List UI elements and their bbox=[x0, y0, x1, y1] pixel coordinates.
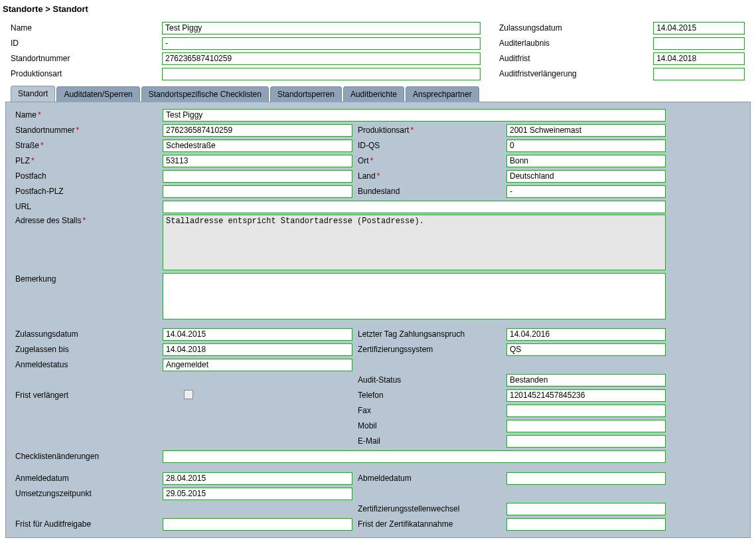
label-zulassungsdatum: Zulassungsdatum bbox=[499, 23, 653, 33]
field-form-letzter[interactable]: 14.04.2016 bbox=[506, 328, 666, 341]
field-form-fax[interactable] bbox=[506, 405, 666, 417]
label-standortnummer: Standortnummer bbox=[11, 54, 162, 63]
label-auditfrist: Auditfrist bbox=[499, 54, 653, 63]
label-form-postfachplz: Postfach-PLZ bbox=[10, 187, 163, 196]
label-form-fristzert: Frist der Zertifikatannahme bbox=[355, 519, 506, 529]
header-section: Name Test Piggy ID - Standortnummer 2762… bbox=[0, 21, 756, 86]
label-form-zugelassen: Zugelassen bis bbox=[10, 345, 163, 354]
tab-standort[interactable]: Standort bbox=[11, 86, 55, 102]
tab-checklisten[interactable]: Standortspezifische Checklisten bbox=[141, 86, 269, 102]
label-form-fax: Fax bbox=[355, 406, 506, 415]
tab-auditdaten[interactable]: Auditdaten/Sperren bbox=[56, 86, 139, 102]
field-form-bemerkung[interactable] bbox=[163, 273, 666, 319]
label-form-plz: PLZ* bbox=[10, 156, 163, 165]
label-form-produktionsart: Produktionsart* bbox=[355, 126, 506, 135]
field-produktionsart[interactable] bbox=[162, 68, 481, 80]
field-auditfristverl[interactable] bbox=[653, 68, 745, 80]
field-auditfrist[interactable]: 14.04.2018 bbox=[653, 52, 745, 65]
checkbox-fristverl[interactable] bbox=[184, 390, 193, 399]
label-form-abmeldedatum: Abmeldedatum bbox=[355, 474, 506, 483]
label-form-standortnummer: Standortnummer* bbox=[10, 126, 163, 135]
field-form-checklisten[interactable] bbox=[163, 450, 666, 463]
field-form-zertwechsel[interactable] bbox=[506, 503, 666, 515]
label-form-postfach: Postfach bbox=[10, 171, 163, 181]
tab-standortsperren[interactable]: Standortsperren bbox=[270, 86, 342, 102]
field-form-produktionsart[interactable]: 2001 Schweinemast bbox=[506, 124, 666, 137]
label-form-bundesland: Bundesland bbox=[355, 187, 506, 196]
field-form-ort[interactable]: Bonn bbox=[506, 155, 666, 167]
field-form-url[interactable] bbox=[163, 201, 666, 213]
tab-auditberichte[interactable]: Auditberichte bbox=[343, 86, 404, 102]
tabstrip: Standort Auditdaten/Sperren Standortspez… bbox=[0, 86, 756, 102]
field-form-email[interactable] bbox=[506, 435, 666, 448]
label-form-telefon: Telefon bbox=[355, 391, 506, 400]
field-form-anmeldestatus[interactable]: Angemeldet bbox=[163, 359, 352, 371]
field-form-zugelassen[interactable]: 14.04.2018 bbox=[163, 343, 352, 356]
label-form-fristverl: Frist verlängert bbox=[10, 391, 163, 400]
label-produktionsart: Produktionsart bbox=[11, 69, 162, 78]
label-form-land: Land* bbox=[355, 171, 506, 181]
field-form-zulassungsdatum[interactable]: 14.04.2015 bbox=[163, 328, 352, 341]
field-form-mobil[interactable] bbox=[506, 420, 666, 432]
label-auditerlaubnis: Auditerlaubnis bbox=[499, 39, 653, 48]
field-name[interactable]: Test Piggy bbox=[162, 22, 481, 35]
tab-ansprechpartner[interactable]: Ansprechpartner bbox=[406, 86, 479, 102]
label-form-auditstatus: Audit-Status bbox=[355, 375, 506, 385]
field-form-umsetzung[interactable]: 29.05.2015 bbox=[163, 488, 352, 500]
field-standortnummer[interactable]: 276236587410259 bbox=[162, 52, 481, 65]
field-form-name[interactable]: Test Piggy bbox=[163, 109, 666, 122]
label-form-umsetzung: Umsetzungszeitpunkt bbox=[10, 489, 163, 498]
field-form-idqs[interactable]: 0 bbox=[506, 139, 666, 152]
label-form-name: Name* bbox=[10, 110, 163, 120]
label-form-adresse: Adresse des Stalls* bbox=[10, 215, 163, 225]
breadcrumb: Standorte > Standort bbox=[0, 0, 756, 21]
tab-body-standort: Name* Test Piggy Standortnummer* 2762365… bbox=[5, 102, 751, 538]
field-form-postfach[interactable] bbox=[163, 170, 352, 183]
field-form-fristzert[interactable] bbox=[506, 518, 666, 531]
field-form-fristaudit[interactable] bbox=[163, 518, 352, 531]
field-form-land[interactable]: Deutschland bbox=[506, 170, 666, 183]
field-form-auditstatus[interactable]: Bestanden bbox=[506, 374, 666, 387]
field-form-zertsys[interactable]: QS bbox=[506, 343, 666, 356]
label-name: Name bbox=[11, 23, 162, 33]
label-form-strasse: Straße* bbox=[10, 141, 163, 150]
label-form-url: URL bbox=[10, 202, 163, 211]
field-id[interactable]: - bbox=[162, 37, 481, 50]
label-id: ID bbox=[11, 39, 162, 48]
label-form-zertwechsel: Zertifizierungsstellenwechsel bbox=[355, 504, 506, 513]
label-auditfristverl: Auditfristverlängerung bbox=[499, 69, 653, 78]
field-form-anmeldedatum[interactable]: 28.04.2015 bbox=[163, 472, 352, 485]
field-form-telefon[interactable]: 12014521457845236 bbox=[506, 389, 666, 402]
label-form-anmeldedatum: Anmeldedatum bbox=[10, 474, 163, 483]
field-form-standortnummer[interactable]: 276236587410259 bbox=[163, 124, 352, 137]
label-form-email: E-Mail bbox=[355, 436, 506, 446]
label-form-mobil: Mobil bbox=[355, 421, 506, 430]
field-form-adresse[interactable] bbox=[163, 215, 666, 270]
field-form-strasse[interactable]: Schedestraße bbox=[163, 139, 352, 152]
field-form-plz[interactable]: 53113 bbox=[163, 155, 352, 167]
label-form-anmeldestatus: Anmeldestatus bbox=[10, 360, 163, 369]
label-form-letzter: Letzter Tag Zahlungsanspruch bbox=[355, 329, 506, 339]
label-form-checklisten: Checklistenänderungen bbox=[10, 452, 163, 461]
label-form-zertsys: Zertifizierungssystem bbox=[355, 345, 506, 354]
label-form-fristaudit: Frist für Auditfreigabe bbox=[10, 519, 163, 529]
label-form-ort: Ort* bbox=[355, 156, 506, 165]
field-auditerlaubnis[interactable] bbox=[653, 37, 745, 50]
field-form-bundesland[interactable]: - bbox=[506, 185, 666, 198]
label-form-zulassungsdatum: Zulassungsdatum bbox=[10, 329, 163, 339]
label-form-bemerkung: Bemerkung bbox=[10, 273, 163, 284]
field-form-postfachplz[interactable] bbox=[163, 185, 352, 198]
field-form-abmeldedatum[interactable] bbox=[506, 472, 666, 485]
label-form-idqs: ID-QS bbox=[355, 141, 506, 150]
field-zulassungsdatum[interactable]: 14.04.2015 bbox=[653, 22, 745, 35]
